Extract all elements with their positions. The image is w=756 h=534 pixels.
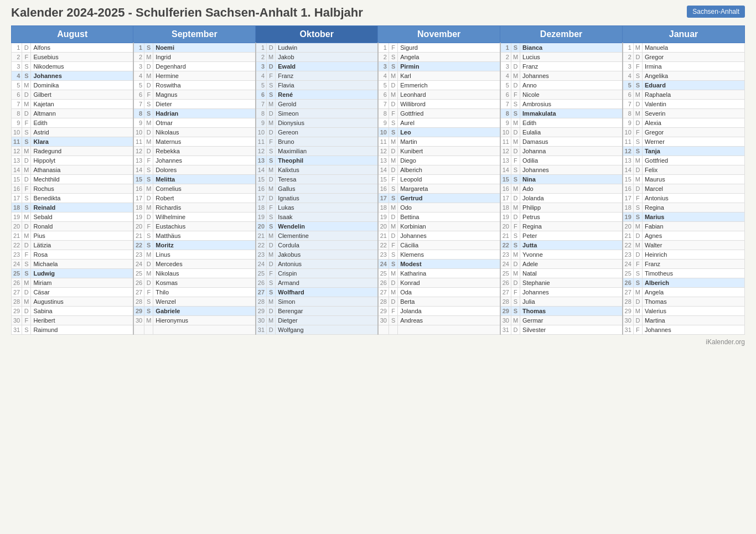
day-number: 21 xyxy=(256,231,267,241)
day-name: Eduard xyxy=(642,81,744,90)
day-letter: S xyxy=(22,128,31,137)
day-letter: M xyxy=(144,316,153,325)
day-letter: S xyxy=(389,62,397,71)
day-letter: M xyxy=(511,137,520,147)
day-letter: S xyxy=(144,231,153,241)
day-letter: S xyxy=(633,71,642,81)
day-letter: S xyxy=(267,81,276,90)
day-number: 27 xyxy=(256,288,267,297)
day-name: Ronald xyxy=(31,222,133,231)
table-row: 22DLätizia22SMoritz22DCordula22FCäcilia2… xyxy=(12,241,745,250)
day-number: 7 xyxy=(133,100,144,109)
day-name: Modest xyxy=(398,260,500,269)
day-letter: M xyxy=(511,71,520,81)
day-number: 29 xyxy=(12,307,22,316)
day-name: Gilbert xyxy=(31,90,133,100)
day-name: Franz xyxy=(276,71,378,81)
day-letter: M xyxy=(22,81,31,90)
day-letter: S xyxy=(22,194,31,203)
day-name: Gereon xyxy=(276,128,378,137)
day-number: 19 xyxy=(500,212,511,222)
day-name: Otmar xyxy=(153,118,256,128)
day-name: Sabina xyxy=(31,307,133,316)
day-letter: D xyxy=(22,222,31,231)
day-name: Alexia xyxy=(642,118,744,128)
day-name: Noemi xyxy=(153,43,256,53)
day-letter: M xyxy=(267,118,276,128)
day-letter: D xyxy=(22,156,31,165)
day-letter: D xyxy=(633,184,642,194)
table-row: 27DCäsar27FThilo27SWolfhard27MOda27FJoha… xyxy=(12,288,745,297)
day-number: 18 xyxy=(12,203,22,212)
day-number: 19 xyxy=(623,212,634,222)
day-number: 29 xyxy=(133,307,144,316)
day-number: 10 xyxy=(133,128,144,137)
day-letter: M xyxy=(22,231,31,241)
day-name: Wenzel xyxy=(153,297,256,307)
day-letter: D xyxy=(389,212,397,222)
calendar-table: August September Oktober November Dezemb… xyxy=(11,25,745,335)
day-number: 7 xyxy=(12,100,22,109)
day-name: Damasus xyxy=(520,137,623,147)
day-letter: S xyxy=(144,307,153,316)
day-name: Nicole xyxy=(520,90,623,100)
day-name: Nikolaus xyxy=(153,269,256,278)
day-name: Teresa xyxy=(276,175,378,184)
day-name: Philipp xyxy=(520,203,623,212)
table-row: 29DSabina29SGabriele29DBerengar29FJoland… xyxy=(12,307,745,316)
day-name: Cäcilia xyxy=(398,241,500,250)
day-number: 11 xyxy=(256,137,267,147)
day-number: 8 xyxy=(12,109,22,118)
day-number: 29 xyxy=(256,307,267,316)
table-row: 4SJohannes4MHermine4FFranz4MKarl4MJohann… xyxy=(12,71,745,81)
day-letter: S xyxy=(511,297,520,307)
day-number: 19 xyxy=(378,212,389,222)
day-name: Angelika xyxy=(642,71,744,81)
table-row: 31SRaimund31DWolfgang31DSilvester31FJoha… xyxy=(12,325,745,335)
day-number: 20 xyxy=(12,222,22,231)
day-letter: F xyxy=(633,325,642,335)
day-number: 28 xyxy=(133,297,144,307)
day-number: 5 xyxy=(500,81,511,90)
day-name: Marius xyxy=(642,212,744,222)
day-number: 1 xyxy=(378,43,389,53)
day-name: Martin xyxy=(398,137,500,147)
day-name: Manuela xyxy=(642,43,744,53)
day-number: 23 xyxy=(133,250,144,260)
day-number: 31 xyxy=(623,325,634,335)
day-name: Maurus xyxy=(642,175,744,184)
day-name: Simon xyxy=(276,297,378,307)
day-number: 16 xyxy=(256,184,267,194)
day-number: 10 xyxy=(256,128,267,137)
day-name: Petrus xyxy=(520,212,623,222)
day-name: Julia xyxy=(520,297,623,307)
table-row: 19MSebald19DWilhelmine19SIsaak19DBettina… xyxy=(12,212,745,222)
day-letter: M xyxy=(144,137,153,147)
day-name: Jolanda xyxy=(398,307,500,316)
day-name: Bianca xyxy=(520,43,623,53)
day-name: Matthäus xyxy=(153,231,256,241)
day-letter: D xyxy=(267,241,276,250)
day-number: 20 xyxy=(133,222,144,231)
day-name: Cäsar xyxy=(31,288,133,297)
table-row: 20DRonald20FEustachius20SWendelin20MKorb… xyxy=(12,222,745,231)
table-row: 16FRochus16MCornelius16MGallus16SMargare… xyxy=(12,184,745,194)
day-letter: D xyxy=(389,147,397,156)
day-letter: F xyxy=(633,194,642,203)
day-letter: D xyxy=(511,212,520,222)
day-letter: M xyxy=(389,222,397,231)
day-number: 25 xyxy=(133,269,144,278)
day-number: 31 xyxy=(12,325,22,335)
day-number: 22 xyxy=(500,241,511,250)
day-name: Maximilian xyxy=(276,147,378,156)
day-letter: D xyxy=(633,118,642,128)
day-number: 27 xyxy=(378,288,389,297)
day-letter: M xyxy=(633,222,642,231)
day-letter: M xyxy=(267,53,276,62)
day-letter: S xyxy=(511,165,520,175)
day-letter: D xyxy=(511,194,520,203)
day-letter: M xyxy=(511,184,520,194)
day-number: 19 xyxy=(12,212,22,222)
day-number: 20 xyxy=(500,222,511,231)
day-number: 9 xyxy=(133,118,144,128)
